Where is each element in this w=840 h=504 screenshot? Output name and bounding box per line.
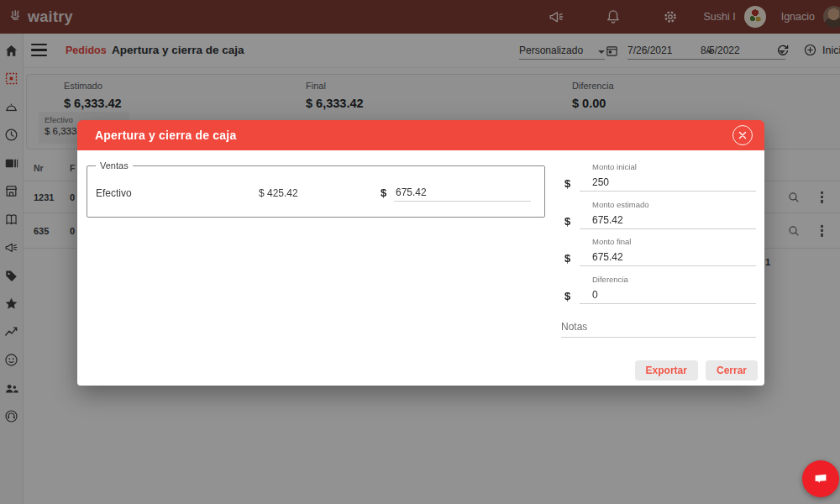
field-label: Monto estimado bbox=[592, 200, 756, 209]
ventas-fieldset: Ventas Efectivo $ 425.42 $ bbox=[87, 165, 545, 218]
efectivo-sales-row: Efectivo $ 425.42 $ bbox=[96, 186, 531, 202]
diferencia-input[interactable] bbox=[580, 289, 756, 303]
monto-inicial-input[interactable] bbox=[580, 176, 756, 191]
field-monto-inicial: Monto inicial $ bbox=[564, 162, 756, 192]
sales-row-label: Efectivo bbox=[96, 187, 259, 202]
modal-header: Apertura y cierra de caja bbox=[77, 120, 764, 150]
monto-final-input[interactable] bbox=[580, 251, 756, 265]
monto-estimado-input[interactable] bbox=[580, 214, 756, 228]
efectivo-amount-input[interactable] bbox=[394, 186, 531, 202]
sales-input-group: $ bbox=[381, 186, 531, 202]
field-diferencia: Diferencia $ bbox=[564, 275, 756, 304]
chat-bubble-button[interactable] bbox=[802, 460, 839, 497]
app-root: waitry bbox=[0, 0, 840, 504]
modal-actions: Exportar Cerrar bbox=[635, 360, 758, 381]
modal-body: Ventas Efectivo $ 425.42 $ Monto inicial… bbox=[77, 150, 764, 386]
close-button[interactable]: Cerrar bbox=[706, 360, 758, 381]
notes-label: Notas bbox=[561, 321, 756, 337]
close-icon[interactable] bbox=[732, 125, 753, 145]
chat-bubble-icon bbox=[811, 470, 830, 488]
currency-prefix: $ bbox=[564, 215, 580, 229]
currency-prefix: $ bbox=[564, 252, 580, 266]
field-label: Monto final bbox=[592, 237, 756, 246]
cash-register-modal: Apertura y cierra de caja Ventas Efectiv… bbox=[77, 120, 764, 386]
field-label: Diferencia bbox=[592, 275, 756, 284]
currency-prefix: $ bbox=[381, 186, 394, 202]
export-button[interactable]: Exportar bbox=[635, 360, 698, 381]
ventas-legend: Ventas bbox=[96, 160, 133, 171]
modal-title: Apertura y cierra de caja bbox=[95, 129, 236, 142]
field-label: Monto inicial bbox=[592, 162, 756, 171]
sales-row-amount: $ 425.42 bbox=[259, 187, 381, 202]
currency-prefix: $ bbox=[564, 290, 580, 304]
field-monto-estimado: Monto estimado $ bbox=[564, 200, 756, 229]
notes-field[interactable]: Notas bbox=[561, 321, 756, 338]
field-monto-final: Monto final $ bbox=[564, 237, 756, 266]
currency-prefix: $ bbox=[564, 177, 580, 192]
